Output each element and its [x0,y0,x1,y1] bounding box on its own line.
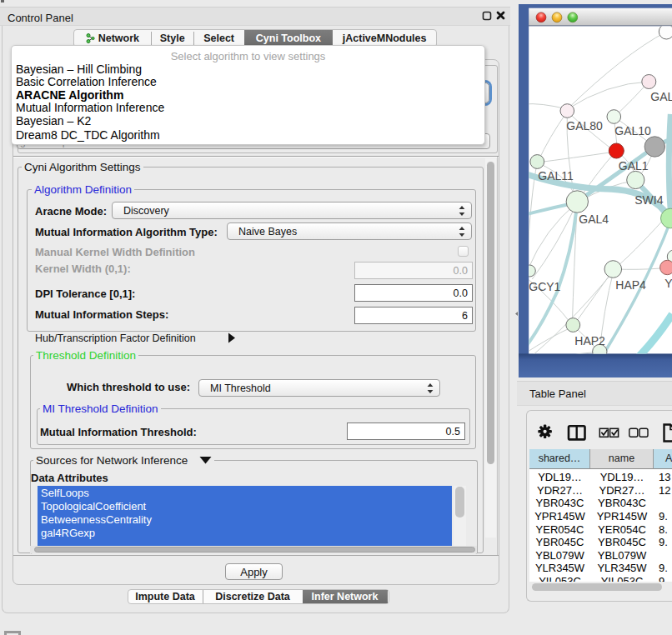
svg-text:GCY1: GCY1 [529,280,560,293]
svg-text:GAL4: GAL4 [579,212,609,226]
svg-text:HAP4: HAP4 [615,278,646,292]
svg-text:GAL: GAL [650,91,672,104]
svg-text:SWI4: SWI4 [634,193,663,207]
svg-text:GAL1: GAL1 [618,159,648,172]
svg-text:HAP2: HAP2 [574,334,605,348]
svg-text:GAL80: GAL80 [566,119,603,132]
svg-text:GAL11: GAL11 [538,170,574,183]
svg-text:GAL10: GAL10 [614,124,651,138]
svg-text:Y: Y [664,277,672,290]
